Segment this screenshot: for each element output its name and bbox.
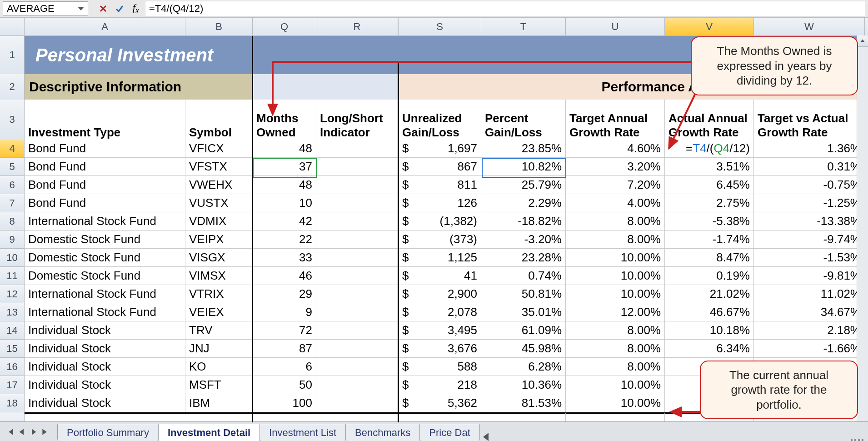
cell-B9[interactable]: VEIPX (185, 231, 253, 249)
cell-W9[interactable]: -9.74% (754, 231, 865, 249)
cell-Q9[interactable]: 22 (253, 231, 316, 249)
cell-A4[interactable]: Bond Fund (25, 140, 185, 158)
cell-B8[interactable]: VDMIX (185, 212, 253, 231)
cell-S16[interactable]: $588 (399, 358, 481, 376)
cell-A17[interactable]: Individual Stock (25, 376, 185, 394)
cell-V12[interactable]: 21.02% (665, 285, 754, 303)
col-header-V[interactable]: V (665, 18, 754, 36)
cell-R17[interactable] (316, 376, 398, 394)
row-header-10[interactable]: 10 (0, 249, 25, 267)
cell-R9[interactable] (316, 231, 398, 249)
cell-T7[interactable]: 2.29% (481, 194, 566, 212)
cell-B15[interactable]: JNJ (185, 340, 253, 358)
cell-A8[interactable]: International Stock Fund (25, 212, 185, 231)
cell-U6[interactable]: 7.20% (566, 176, 665, 194)
sheet-tab-portfolio-summary[interactable]: Portfolio Summary (57, 424, 159, 441)
col-header-B[interactable]: B (185, 18, 253, 36)
cell-S7[interactable]: $126 (399, 194, 481, 212)
row-header-17[interactable]: 17 (0, 376, 25, 394)
cell-Q5[interactable]: 37 (253, 158, 316, 176)
cell-T10[interactable]: 23.28% (481, 249, 566, 267)
cell-W11[interactable]: -9.81% (754, 267, 865, 285)
cell-U8[interactable]: 8.00% (566, 212, 665, 231)
cell-W10[interactable]: -1.53% (754, 249, 865, 267)
cell-Q7[interactable]: 10 (253, 194, 316, 212)
cell-W13[interactable]: 34.67% (754, 303, 865, 321)
col-header-R[interactable]: R (316, 18, 398, 36)
col-header-W[interactable]: W (754, 18, 865, 36)
cell-U14[interactable]: 8.00% (566, 321, 665, 340)
cell-B14[interactable]: TRV (185, 321, 253, 340)
cell-R13[interactable] (316, 303, 398, 321)
cell-B16[interactable]: KO (185, 358, 253, 376)
cell-Q6[interactable]: 48 (253, 176, 316, 194)
cell-S4[interactable]: $1,697 (399, 140, 481, 158)
cell-B6[interactable]: VWEHX (185, 176, 253, 194)
col-header-U[interactable]: U (566, 18, 665, 36)
cell-Q4[interactable]: 48 (253, 140, 316, 158)
cell-Q17[interactable]: 50 (253, 376, 316, 394)
cell-U10[interactable]: 10.00% (566, 249, 665, 267)
tab-prev-icon[interactable] (18, 426, 25, 438)
cell-S11[interactable]: $41 (399, 267, 481, 285)
cell-W5[interactable]: 0.31% (754, 158, 865, 176)
sheet-tab-investment-list[interactable]: Investment List (259, 424, 346, 441)
cell-U7[interactable]: 4.00% (566, 194, 665, 212)
cell-U12[interactable]: 10.00% (566, 285, 665, 303)
cell-V13[interactable]: 46.67% (665, 303, 754, 321)
cell-B4[interactable]: VFICX (185, 140, 253, 158)
row-header-8[interactable]: 8 (0, 212, 25, 231)
cell-W4[interactable]: 1.36% (754, 140, 865, 158)
cell-T12[interactable]: 50.81% (481, 285, 566, 303)
tab-next-icon[interactable] (30, 426, 37, 438)
cell-Q10[interactable]: 33 (253, 249, 316, 267)
cell-R11[interactable] (316, 267, 398, 285)
cell-W8[interactable]: -13.38% (754, 212, 865, 231)
cell-R14[interactable] (316, 321, 398, 340)
cell-A5[interactable]: Bond Fund (25, 158, 185, 176)
cell-U5[interactable]: 3.20% (566, 158, 665, 176)
cell-R15[interactable] (316, 340, 398, 358)
cell-T4[interactable]: 23.85% (481, 140, 566, 158)
cell-B5[interactable]: VFSTX (185, 158, 253, 176)
cell-U17[interactable]: 10.00% (566, 376, 665, 394)
cell-A12[interactable]: International Stock Fund (25, 285, 185, 303)
cell-V14[interactable]: 10.18% (665, 321, 754, 340)
cell-R8[interactable] (316, 212, 398, 231)
cell-V4[interactable]: =T4/(Q4/12) (665, 140, 754, 158)
cell-U9[interactable]: 8.00% (566, 231, 665, 249)
cell-A14[interactable]: Individual Stock (25, 321, 185, 340)
cell-W7[interactable]: -1.25% (754, 194, 865, 212)
cell-A13[interactable]: International Stock Fund (25, 303, 185, 321)
cell-T15[interactable]: 45.98% (481, 340, 566, 358)
cell-T5[interactable]: 10.82% (481, 158, 566, 176)
cell-S9[interactable]: $(373) (399, 231, 481, 249)
sheet-tab-price-dat[interactable]: Price Dat (419, 424, 479, 441)
fx-icon[interactable]: fx (130, 3, 142, 15)
column-headers[interactable]: ABQRSTUVWX (0, 18, 868, 36)
cell-S12[interactable]: $2,900 (399, 285, 481, 303)
row-header-12[interactable]: 12 (0, 285, 25, 303)
cell-A9[interactable]: Domestic Stock Fund (25, 231, 185, 249)
tab-grip[interactable] (851, 439, 863, 441)
enter-icon[interactable] (114, 3, 125, 15)
cell-A18[interactable]: Individual Stock (25, 394, 185, 412)
tab-scroll-left-icon[interactable] (483, 433, 489, 441)
cell-W14[interactable]: 2.18% (754, 321, 865, 340)
cell-R5[interactable] (316, 158, 398, 176)
cell-S17[interactable]: $218 (399, 376, 481, 394)
cell-R7[interactable] (316, 194, 398, 212)
row-header-11[interactable]: 11 (0, 267, 25, 285)
cell-Q14[interactable]: 72 (253, 321, 316, 340)
sheet-tab-investment-detail[interactable]: Investment Detail (158, 424, 260, 441)
cell-B18[interactable]: IBM (185, 394, 253, 412)
row-header-15[interactable]: 15 (0, 340, 25, 358)
col-header-Q[interactable]: Q (253, 18, 316, 36)
col-header-T[interactable]: T (481, 18, 566, 36)
row-header-9[interactable]: 9 (0, 231, 25, 249)
row-header-13[interactable]: 13 (0, 303, 25, 321)
name-box-dropdown-icon[interactable] (78, 7, 84, 10)
cell-A7[interactable]: Bond Fund (25, 194, 185, 212)
cell-S14[interactable]: $3,495 (399, 321, 481, 340)
vertical-scrollbar[interactable] (857, 35, 868, 422)
